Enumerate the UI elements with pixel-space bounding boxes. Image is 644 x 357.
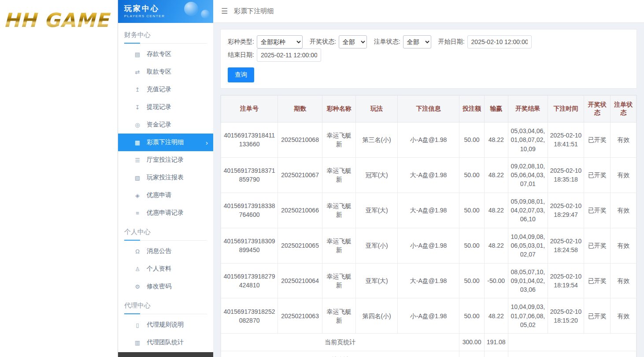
total-summary-empty [508,351,636,357]
cell-lottery-name: 幸运飞艇新 [322,193,356,228]
sidebar-item-label: 代理团队统计 [147,338,184,346]
sidebar-item-messages[interactable]: Ω消息公告 [118,242,213,260]
total-summary-winloss: 191.08 [484,351,508,357]
cell-period: 20250210063 [278,298,322,334]
content: 彩种类型: 全部彩种 开奖状态: 全部 注单状态: 全部 [213,23,644,357]
cell-draw-status: 已开奖 [584,193,611,228]
sidebar-item-recharge-records[interactable]: ↥充值记录 [118,81,213,98]
draw-status-select[interactable]: 全部 [339,35,367,48]
sidebar-item-withdraw-records[interactable]: ↧提现记录 [118,98,213,116]
cell-draw-status: 已开奖 [584,157,611,193]
document-icon: ▯ [134,322,141,328]
cell-period: 20250210067 [278,157,322,193]
sidebar-nav: 财务中心▤存款专区⇄取款专区↥充值记录↧提现记录◎资金记录▦彩票下注明细›☰厅室… [118,23,213,352]
cell-bet-info: 小-A盘@1.98 [397,228,459,263]
gear-icon: ⚙ [134,283,141,290]
page-summary-winloss: 191.08 [484,334,508,351]
filter-panel: 彩种类型: 全部彩种 开奖状态: 全部 注单状态: 全部 [220,29,637,89]
table-row: 40156917391825208287020250210063幸运飞艇新第四名… [221,298,637,334]
withdraw-icon: ⇄ [134,69,141,75]
lottery-type-select[interactable]: 全部彩种 [257,35,303,48]
cell-draw-status: 已开奖 [584,228,611,263]
start-date-label: 开始日期: [438,38,465,46]
cell-bet-time: 2025-02-10 18:35:18 [548,157,584,193]
menu-icon[interactable]: ☰ [221,7,228,16]
cell-bet-no: 401569173918338764600 [221,193,278,228]
bet-status-label: 注单状态: [374,38,400,46]
cell-bet-time: 2025-02-10 18:15:20 [548,298,584,334]
total-summary-row: 总统计 300.00 191.08 [221,351,637,357]
topbar: ☰ 彩票下注明细 [213,0,644,23]
cell-play: 亚军(大) [356,193,397,228]
cell-bet-info: 大-A盘@1.98 [397,263,459,298]
sidebar-item-promo-apply-records[interactable]: ≡优惠申请记录 [118,204,213,222]
start-date-input[interactable] [467,35,532,48]
page-title: 彩票下注明细 [234,7,274,15]
hall-bet-icon: ☰ [134,157,141,164]
chevron-right-icon: › [206,139,208,146]
sidebar-item-withdraw-zone[interactable]: ⇄取款专区 [118,63,213,81]
cell-bet-amount: 50.00 [459,123,485,158]
cell-lottery-name: 幸运飞艇新 [322,298,356,334]
cell-win-loss: -50.00 [484,263,508,298]
cell-period: 20250210068 [278,123,322,158]
sidebar-section-title: 财务中心 [124,31,207,44]
sidebar-item-agent-rules[interactable]: ▯代理规则说明 [118,316,213,334]
draw-status-filter: 开奖状态: 全部 [310,35,367,48]
cell-draw-status: 已开奖 [584,298,611,334]
sidebar-item-label: 优惠申请 [147,191,171,199]
sidebar-item-label: 代理规则说明 [147,321,184,329]
sidebar-item-hall-bet-records[interactable]: ☰厅室投注记录 [118,151,213,169]
sidebar-item-profile[interactable]: ♙个人资料 [118,260,213,278]
sidebar-item-label: 厅室投注记录 [147,156,184,164]
cell-bet-time: 2025-02-10 18:41:51 [548,123,584,158]
cell-bet-info: 大-A盘@1.98 [397,157,459,193]
page-summary-label: 当前页统计 [221,334,459,351]
sidebar-item-promo-apply[interactable]: ◈优惠申请 [118,186,213,204]
cell-bet-status: 有效 [611,193,637,228]
bet-details-table-card: 注单号 期数 彩种名称 玩法 下注信息 投注额 输赢 开奖结果 下注时间 开奖状… [220,95,637,357]
end-date-filter: 结束日期: [228,48,321,62]
query-button[interactable]: 查询 [228,67,254,82]
sidebar-item-label: 资金记录 [147,121,171,129]
sidebar-item-label: 取款专区 [147,68,171,76]
sidebar-item-label: 存款专区 [147,50,171,58]
end-date-input[interactable] [257,48,321,62]
cell-play: 亚军(大) [356,263,397,298]
bet-status-select[interactable]: 全部 [403,35,431,48]
sidebar-item-label: 优惠申请记录 [147,209,184,217]
table-header-row: 注单号 期数 彩种名称 玩法 下注信息 投注额 输赢 开奖结果 下注时间 开奖状… [221,96,637,123]
lottery-type-label: 彩种类型: [228,38,254,46]
header-bet-amount: 投注额 [459,96,485,123]
sidebar-item-label: 提现记录 [147,103,171,111]
team-stats-icon: ▥ [134,339,141,346]
sidebar-section-title: 个人中心 [124,228,207,241]
cell-period: 20250210065 [278,228,322,263]
sidebar-item-player-bet-report[interactable]: ▧玩家投注报表 [118,169,213,186]
header-period: 期数 [278,96,322,123]
cell-bet-amount: 50.00 [459,298,485,334]
sidebar-item-lottery-bet-details[interactable]: ▦彩票下注明细› [118,134,213,151]
sidebar-item-fund-records[interactable]: ◎资金记录 [118,116,213,134]
sidebar-item-agent-team-stats[interactable]: ▥代理团队统计 [118,334,213,351]
cell-draw-status: 已开奖 [584,263,611,298]
cell-draw-result: 09,02,08,10,05,06,04,03,07,01 [508,157,548,193]
cell-play: 第四名(小) [356,298,397,334]
total-summary-bet: 300.00 [459,351,485,357]
cell-win-loss: 48.22 [484,298,508,334]
cell-bet-status: 有效 [611,228,637,263]
sidebar-item-change-password[interactable]: ⚙修改密码 [118,278,213,295]
cell-bet-info: 大-A盘@1.98 [397,193,459,228]
lottery-bet-icon: ▦ [134,139,141,146]
sidebar-item-label: 充值记录 [147,86,171,93]
cell-bet-time: 2025-02-10 18:19:54 [548,263,584,298]
sidebar: 玩家中心 PLAYERS CENTER 财务中心▤存款专区⇄取款专区↥充值记录↧… [118,0,213,357]
lottery-type-filter: 彩种类型: 全部彩种 [228,35,303,48]
sidebar-item-label: 消息公告 [147,247,171,255]
players-center-subtitle: PLAYERS CENTER [124,14,207,18]
header-draw-result: 开奖结果 [508,96,548,123]
cell-bet-amount: 50.00 [459,228,485,263]
sidebar-item-deposit-zone[interactable]: ▤存款专区 [118,45,213,63]
main-area: ☰ 彩票下注明细 彩种类型: 全部彩种 开奖状态: 全部 [213,0,644,357]
sidebar-section-title: 代理中心 [124,301,207,314]
